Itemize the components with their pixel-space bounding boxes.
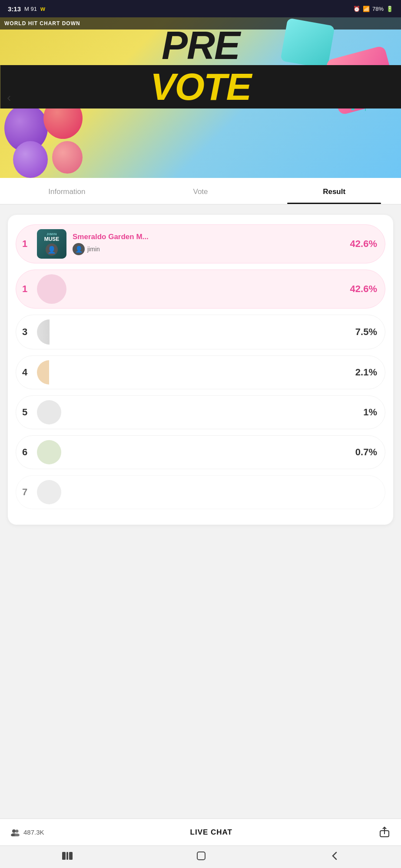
artist-row: 👤 jimin — [73, 243, 350, 255]
share-button[interactable] — [378, 826, 391, 838]
rank-number: 4 — [22, 367, 37, 378]
svg-point-1 — [16, 829, 19, 832]
song-cover: JIMIN MUSE 👤 — [37, 229, 66, 259]
share-icon — [378, 826, 391, 838]
song-cover-placeholder — [37, 400, 61, 424]
brand-text: WORLD HIT CHART DOWN — [4, 20, 80, 26]
results-card: 1 JIMIN MUSE 👤 Smeraldo Garden M... 👤 ji — [8, 215, 393, 525]
svg-rect-9 — [197, 852, 205, 860]
vote-percent: 42.6% — [350, 238, 377, 250]
artist-avatar: 👤 — [73, 243, 85, 255]
song-cover-placeholder — [37, 440, 61, 464]
rank-number: 1 — [22, 283, 37, 295]
balloon-pink-2 — [52, 141, 83, 174]
rank-number: 6 — [22, 447, 37, 458]
vote-text: VOTE — [0, 68, 401, 106]
result-row[interactable]: 7 — [16, 475, 385, 509]
vote-percent: 42.6% — [350, 283, 377, 295]
results-content: 1 JIMIN MUSE 👤 Smeraldo Garden M... 👤 ji — [0, 204, 401, 535]
pre-text: PRE — [0, 26, 401, 65]
hero-banner: WORLD HIT CHART DOWN ‹ T↑ PRE VOTE — [0, 17, 401, 178]
rank-number: 5 — [22, 407, 37, 418]
svg-rect-8 — [69, 852, 73, 860]
live-chat-label[interactable]: LIVE CHAT — [44, 828, 378, 837]
svg-rect-7 — [66, 852, 68, 860]
live-users: 487.3K — [10, 829, 44, 836]
tab-result[interactable]: Result — [267, 178, 401, 204]
tab-vote[interactable]: Vote — [134, 178, 268, 204]
pre-vote-title: PRE VOTE — [0, 26, 401, 108]
vote-percent: 7.5% — [355, 326, 377, 338]
vote-percent: 0.7% — [355, 447, 377, 458]
battery-icon: 🔋 — [386, 6, 393, 12]
vote-bar: VOTE — [0, 65, 401, 108]
svg-point-0 — [12, 829, 16, 833]
tabs-container: Information Vote Result — [0, 178, 401, 204]
result-row[interactable]: 4 2.1% — [16, 355, 385, 389]
bottom-bar: 487.3K LIVE CHAT — [0, 819, 401, 845]
rank-number: 7 — [22, 487, 37, 498]
vote-percent: 1% — [363, 407, 377, 418]
result-row[interactable]: 5 1% — [16, 395, 385, 429]
wifi-icon: 📶 — [363, 6, 370, 12]
artist-name: jimin — [87, 246, 100, 253]
back-button[interactable]: ‹ — [7, 91, 11, 105]
user-count: 487.3K — [23, 829, 44, 836]
song-title: Smeraldo Garden M... — [73, 233, 350, 241]
song-cover-placeholder — [37, 274, 66, 304]
result-row[interactable]: 1 JIMIN MUSE 👤 Smeraldo Garden M... 👤 ji — [16, 224, 385, 263]
status-bar: 3:13 M 91 w ⏰ 📶 78% 🔋 — [0, 0, 401, 17]
song-cover-placeholder — [37, 319, 62, 345]
menu-icon — [62, 851, 73, 861]
clock-icon: ⏰ — [353, 6, 360, 12]
status-network: M 91 — [24, 6, 37, 12]
result-row[interactable]: 3 7.5% — [16, 315, 385, 349]
song-cover-placeholder — [37, 480, 61, 504]
battery-text: 78% — [372, 6, 384, 12]
rank-number: 3 — [22, 326, 37, 338]
status-right: ⏰ 📶 78% 🔋 — [353, 6, 393, 12]
nav-menu-button[interactable] — [62, 851, 73, 863]
back-icon — [329, 851, 340, 861]
result-row[interactable]: 1 42.6% — [16, 270, 385, 309]
status-time: 3:13 — [8, 5, 21, 13]
users-icon — [10, 829, 20, 836]
song-info: Smeraldo Garden M... 👤 jimin — [73, 233, 350, 255]
status-left: 3:13 M 91 w — [8, 5, 45, 13]
result-row[interactable]: 6 0.7% — [16, 435, 385, 469]
tab-information[interactable]: Information — [0, 178, 134, 204]
rank-number: 1 — [22, 238, 37, 250]
status-w: w — [40, 5, 45, 12]
vote-percent: 2.1% — [355, 367, 377, 378]
song-cover-placeholder — [37, 360, 61, 385]
home-icon — [196, 851, 206, 861]
nav-home-button[interactable] — [196, 851, 206, 864]
svg-rect-6 — [62, 852, 66, 860]
balloon-purple-2 — [13, 141, 48, 178]
nav-bar — [0, 845, 401, 868]
nav-back-button[interactable] — [329, 851, 340, 864]
